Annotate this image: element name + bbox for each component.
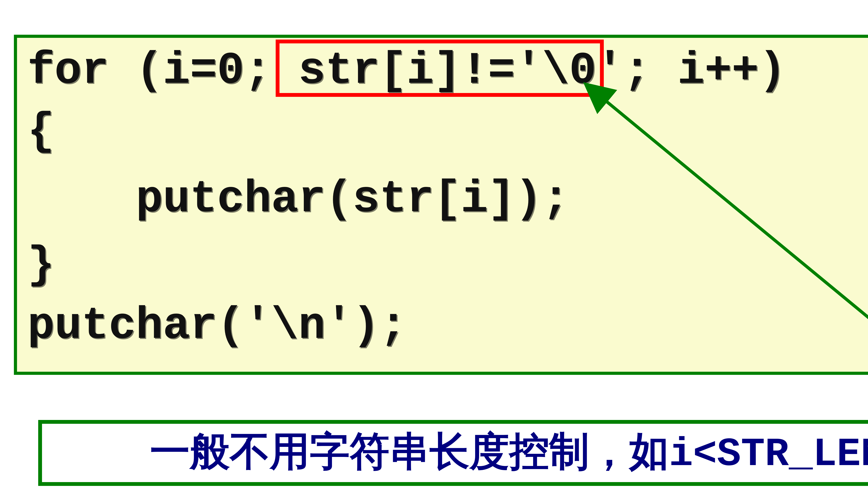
annotation-mono: i<STR_LEN [669,432,868,477]
code-line1-suffix: ; i++) [623,45,786,96]
code-line-5: putchar('\n'); [28,303,406,349]
annotation-text: 一般不用字符串长度控制，如i<STR_LEN [42,431,868,475]
code-line1-prefix: for (i=0; [28,45,298,96]
highlight-box [276,40,604,97]
slide: for (i=0; str[i]!='\0'; i++) { putchar(s… [0,0,868,501]
annotation-box: 一般不用字符串长度控制，如i<STR_LEN [38,420,868,486]
code-box: for (i=0; str[i]!='\0'; i++) { putchar(s… [14,35,868,375]
code-line-4: } [28,243,54,288]
code-line-2: { [28,109,54,154]
code-line-3: putchar(str[i]); [28,177,569,222]
annotation-cjk: 一般不用字符串长度控制，如 [150,429,669,473]
